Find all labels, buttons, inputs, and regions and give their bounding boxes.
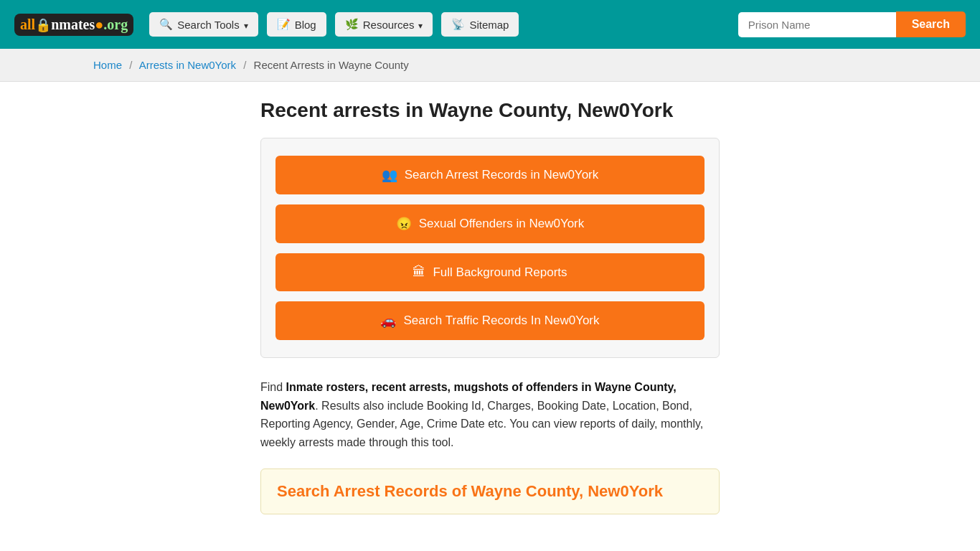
resources-label: Resources: [363, 19, 415, 31]
traffic-records-button[interactable]: 🚗 Search Traffic Records In New0York: [275, 301, 705, 340]
breadcrumb: Home / Arrests in New0York / Recent Arre…: [93, 59, 887, 71]
search-arrest-label: Search Arrest Records in New0York: [405, 168, 599, 182]
background-reports-label: Full Background Reports: [433, 265, 567, 280]
header: all🔒nmates●.org 🔍 Search Tools 📝 Blog 🌿 …: [0, 0, 980, 49]
people-icon: 👥: [382, 167, 397, 183]
sitemap-button[interactable]: 📡 Sitemap: [441, 12, 519, 37]
sexual-offenders-label: Sexual Offenders in New0York: [419, 217, 585, 231]
prison-name-input[interactable]: [738, 12, 896, 37]
background-reports-button[interactable]: 🏛 Full Background Reports: [275, 253, 705, 291]
chevron-down-icon-2: [418, 19, 423, 31]
search-tools-button[interactable]: 🔍 Search Tools: [149, 12, 258, 37]
car-icon: 🚗: [380, 313, 396, 329]
logo-all: all: [20, 17, 35, 32]
sep-1: /: [129, 59, 132, 71]
search-icon: 🔍: [159, 18, 173, 31]
breadcrumb-current: Recent Arrests in Wayne County: [254, 59, 409, 71]
bottom-section-title: Search Arrest Records of Wayne County, N…: [277, 482, 703, 501]
blog-button[interactable]: 📝 Blog: [267, 12, 326, 37]
page-title: Recent arrests in Wayne County, New0York: [260, 99, 720, 122]
description-prefix: Find: [260, 381, 286, 393]
building-icon: 🏛: [413, 265, 425, 280]
sexual-offenders-button[interactable]: 😠 Sexual Offenders in New0York: [275, 204, 705, 243]
description-text: Find Inmate rosters, recent arrests, mug…: [260, 378, 720, 451]
header-search-button[interactable]: Search: [896, 11, 966, 37]
resources-button[interactable]: 🌿 Resources: [335, 12, 433, 37]
logo[interactable]: all🔒nmates●.org: [14, 14, 133, 36]
logo-org: .org: [103, 17, 128, 32]
resources-icon: 🌿: [345, 18, 359, 31]
breadcrumb-bar: Home / Arrests in New0York / Recent Arre…: [0, 49, 980, 82]
breadcrumb-home[interactable]: Home: [93, 59, 122, 71]
offender-icon: 😠: [396, 216, 412, 232]
logo-inmates: nmates: [51, 17, 95, 32]
action-card: 👥 Search Arrest Records in New0York 😠 Se…: [260, 138, 720, 358]
traffic-records-label: Search Traffic Records In New0York: [403, 314, 599, 328]
blog-label: Blog: [295, 19, 316, 31]
search-arrest-records-button[interactable]: 👥 Search Arrest Records in New0York: [275, 156, 705, 194]
breadcrumb-arrests[interactable]: Arrests in New0York: [139, 59, 236, 71]
header-search-bar: Search: [738, 11, 966, 37]
sitemap-label: Sitemap: [469, 19, 509, 31]
blog-icon: 📝: [277, 18, 291, 31]
description-suffix: . Results also include Booking Id, Charg…: [260, 400, 703, 448]
bottom-section: Search Arrest Records of Wayne County, N…: [260, 468, 720, 514]
sep-2: /: [243, 59, 246, 71]
chevron-down-icon: [244, 19, 248, 31]
search-tools-label: Search Tools: [177, 19, 239, 31]
sitemap-icon: 📡: [451, 18, 465, 31]
main-content: Recent arrests in Wayne County, New0York…: [167, 82, 813, 543]
